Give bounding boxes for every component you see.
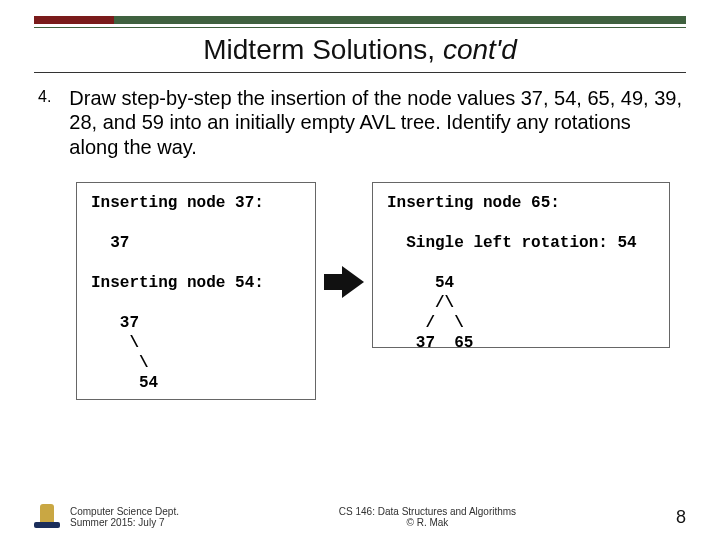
question-text: Draw step-by-step the insertion of the n… [69,86,682,159]
question-row: 4. Draw step-by-step the insertion of th… [38,86,682,159]
page-number: 8 [676,507,686,528]
header-stripe [34,16,686,24]
title-italic: cont'd [443,34,517,65]
footer-left: Computer Science Dept. Summer 2015: July… [34,502,179,528]
footer-copyright: © R. Mak [179,517,676,528]
footer-course: CS 146: Data Structures and Algorithms [179,506,676,517]
body-content: 4. Draw step-by-step the insertion of th… [38,86,682,159]
footer-left-text: Computer Science Dept. Summer 2015: July… [70,506,179,528]
footer-dept: Computer Science Dept. [70,506,179,517]
page-title: Midterm Solutions, cont'd [0,34,720,66]
code-boxes: Inserting node 37: 37 Inserting node 54:… [76,182,690,400]
question-number: 4. [38,86,51,159]
svg-marker-0 [324,266,364,298]
title-underline [34,72,686,73]
code-box-2: Inserting node 65: Single left rotation:… [372,182,670,348]
code-box-1: Inserting node 37: 37 Inserting node 54:… [76,182,316,400]
arrow-icon [324,264,364,300]
footer-date: Summer 2015: July 7 [70,517,179,528]
footer-center: CS 146: Data Structures and Algorithms ©… [179,506,676,528]
title-main: Midterm Solutions, [203,34,443,65]
university-logo-icon [34,502,60,528]
footer: Computer Science Dept. Summer 2015: July… [34,502,686,528]
